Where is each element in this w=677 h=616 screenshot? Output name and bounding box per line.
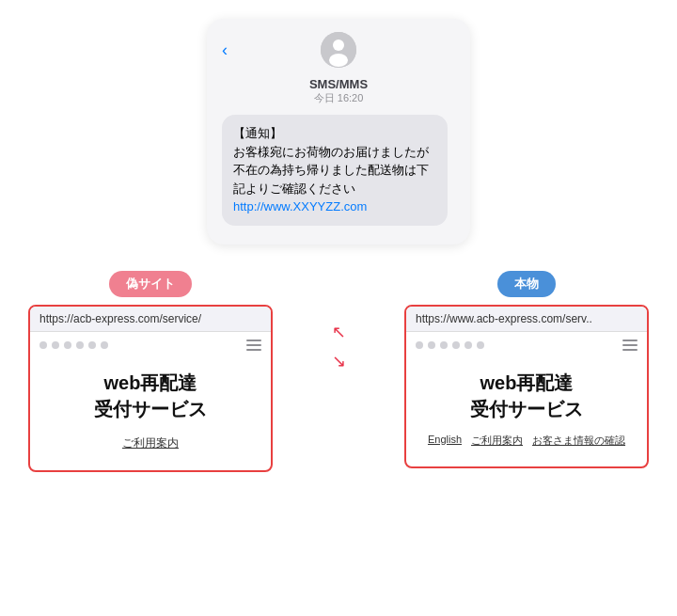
dot1	[39, 341, 47, 349]
real-site-badge: 本物	[497, 271, 556, 297]
sms-label: SMS/MMS	[222, 77, 455, 91]
real-link-info[interactable]: ご利用案内	[471, 434, 523, 448]
real-hamburger-icon	[622, 340, 638, 351]
real-url-bar: https://www.acb-express.com/serv..	[406, 307, 647, 332]
arrow-left: ↘	[332, 323, 346, 343]
fake-browser-dots-row	[30, 332, 271, 355]
real-hamburger-line3	[622, 349, 638, 351]
fake-site-badge: 偽サイト	[109, 271, 192, 297]
fake-url-bar: https://acb-express.com/service/	[30, 307, 271, 332]
rdot4	[452, 341, 460, 349]
hamburger-line1	[246, 340, 261, 341]
real-service-title: web再配達 受付サービス	[417, 370, 636, 422]
fake-browser-content: web再配達 受付サービス ご利用案内	[30, 355, 271, 470]
arrow-right: ↘	[332, 351, 346, 371]
rdot5	[464, 341, 472, 349]
sms-bubble: 【通知】 お客様宛にお荷物のお届けましたが 不在の為持ち帰りました配送物は下記よ…	[222, 115, 448, 226]
hamburger-icon	[246, 340, 261, 351]
phone-header: ‹	[222, 32, 455, 68]
dot5	[88, 341, 96, 349]
real-service-links: English ご利用案内 お客さま情報の確認	[417, 434, 636, 448]
real-browser-content: web再配達 受付サービス English ご利用案内 お客さま情報の確認	[406, 355, 647, 466]
real-site-column: 本物 https://www.acb-express.com/serv..	[404, 271, 649, 468]
rdot3	[440, 341, 448, 349]
fake-service-title: web再配達 受付サービス	[41, 370, 260, 422]
rdot1	[416, 341, 423, 349]
real-title-line2: 受付サービス	[470, 399, 583, 419]
real-hamburger-line2	[622, 344, 638, 346]
rdot6	[477, 341, 484, 349]
fake-dots-group	[39, 341, 108, 349]
dot6	[101, 341, 108, 349]
real-browser-dots-row	[406, 332, 647, 355]
fake-site-column: 偽サイト https://acb-express.com/service/	[28, 271, 273, 472]
hamburger-line3	[246, 349, 261, 351]
rdot2	[428, 341, 435, 349]
comparison-section: 偽サイト https://acb-express.com/service/	[38, 271, 639, 472]
real-link-confirm[interactable]: お客さま情報の確認	[532, 434, 625, 448]
real-link-english[interactable]: English	[428, 434, 462, 448]
real-browser-mock: https://www.acb-express.com/serv..	[404, 305, 649, 468]
sms-url-link[interactable]: http://www.XXYYZZ.com	[233, 199, 367, 213]
fake-browser-mock: https://acb-express.com/service/	[28, 305, 273, 472]
center-label-col: ↘ ↘	[273, 271, 404, 371]
sms-message-line1: 【通知】	[233, 126, 282, 140]
svg-point-2	[329, 54, 348, 67]
svg-point-1	[333, 39, 344, 51]
back-arrow-icon[interactable]: ‹	[222, 40, 228, 60]
real-hamburger-line1	[622, 340, 638, 341]
sms-phone-mock: ‹ SMS/MMS 今日 16:20 【通知】 お客様宛にお荷物のお届けましたが…	[207, 19, 470, 245]
sms-message-body: お客様宛にお荷物のお届けましたが 不在の為持ち帰りました配送物は下記よりご確認く…	[233, 145, 441, 196]
fake-title-line1: web再配達	[104, 372, 197, 393]
dot3	[64, 341, 71, 349]
avatar	[321, 32, 356, 68]
real-title-line1: web再配達	[480, 372, 574, 393]
real-dots-group	[416, 341, 484, 349]
fake-service-link[interactable]: ご利用案内	[122, 436, 179, 450]
sms-time: 今日 16:20	[222, 91, 455, 105]
dot4	[76, 341, 84, 349]
fake-title-line2: 受付サービス	[94, 399, 207, 419]
hamburger-line2	[246, 344, 261, 346]
sms-meta: SMS/MMS 今日 16:20	[222, 77, 455, 105]
dot2	[52, 341, 59, 349]
